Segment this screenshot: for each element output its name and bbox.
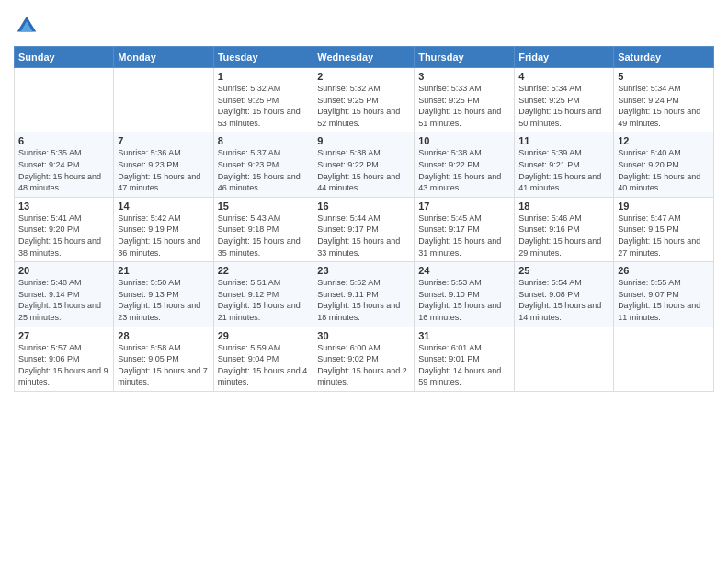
day-info: Sunrise: 5:48 AMSunset: 9:14 PMDaylight:… — [18, 277, 109, 323]
calendar-cell: 30Sunrise: 6:00 AMSunset: 9:02 PMDayligh… — [313, 327, 415, 391]
day-number: 28 — [118, 330, 209, 341]
calendar-cell: 8Sunrise: 5:37 AMSunset: 9:23 PMDaylight… — [213, 132, 313, 197]
calendar-day-header: Wednesday — [313, 47, 415, 68]
calendar-cell — [15, 68, 114, 132]
calendar-cell: 16Sunrise: 5:44 AMSunset: 9:17 PMDayligh… — [313, 197, 415, 261]
day-info: Sunrise: 5:32 AMSunset: 9:25 PMDaylight:… — [218, 83, 310, 129]
day-info: Sunrise: 6:00 AMSunset: 9:02 PMDaylight:… — [317, 342, 410, 388]
calendar-week-row: 13Sunrise: 5:41 AMSunset: 9:20 PMDayligh… — [15, 197, 714, 261]
day-number: 31 — [418, 330, 510, 341]
day-info: Sunrise: 5:39 AMSunset: 9:21 PMDaylight:… — [518, 147, 609, 193]
day-info: Sunrise: 5:37 AMSunset: 9:23 PMDaylight:… — [218, 147, 310, 193]
day-info: Sunrise: 5:43 AMSunset: 9:18 PMDaylight:… — [218, 213, 310, 259]
day-number: 1 — [218, 71, 310, 82]
day-info: Sunrise: 5:51 AMSunset: 9:12 PMDaylight:… — [218, 277, 310, 323]
calendar-week-row: 27Sunrise: 5:57 AMSunset: 9:06 PMDayligh… — [15, 327, 714, 391]
day-number: 8 — [218, 135, 310, 146]
calendar-cell: 4Sunrise: 5:34 AMSunset: 9:25 PMDaylight… — [515, 68, 614, 132]
day-number: 9 — [317, 135, 410, 146]
calendar-cell: 31Sunrise: 6:01 AMSunset: 9:01 PMDayligh… — [415, 327, 515, 391]
calendar-cell — [114, 68, 213, 132]
day-number: 26 — [618, 265, 710, 276]
logo — [14, 13, 43, 39]
day-number: 29 — [218, 330, 310, 341]
day-info: Sunrise: 5:35 AMSunset: 9:24 PMDaylight:… — [18, 147, 109, 193]
day-number: 20 — [18, 265, 109, 276]
day-number: 2 — [317, 71, 410, 82]
day-info: Sunrise: 5:59 AMSunset: 9:04 PMDaylight:… — [218, 342, 310, 388]
day-number: 22 — [218, 265, 310, 276]
calendar-cell: 15Sunrise: 5:43 AMSunset: 9:18 PMDayligh… — [213, 197, 313, 261]
day-number: 18 — [518, 201, 609, 212]
day-number: 27 — [18, 330, 109, 341]
calendar-week-row: 20Sunrise: 5:48 AMSunset: 9:14 PMDayligh… — [15, 262, 714, 327]
day-info: Sunrise: 5:41 AMSunset: 9:20 PMDaylight:… — [18, 213, 109, 259]
calendar-cell: 24Sunrise: 5:53 AMSunset: 9:10 PMDayligh… — [415, 262, 515, 327]
day-number: 4 — [518, 71, 609, 82]
calendar-day-header: Saturday — [614, 47, 714, 68]
logo-icon — [14, 13, 40, 39]
calendar-header-row: SundayMondayTuesdayWednesdayThursdayFrid… — [15, 47, 714, 68]
day-info: Sunrise: 5:58 AMSunset: 9:05 PMDaylight:… — [118, 342, 209, 388]
calendar-cell: 10Sunrise: 5:38 AMSunset: 9:22 PMDayligh… — [415, 132, 515, 197]
day-info: Sunrise: 5:47 AMSunset: 9:15 PMDaylight:… — [618, 213, 710, 259]
calendar-cell — [515, 327, 614, 391]
calendar-cell: 1Sunrise: 5:32 AMSunset: 9:25 PMDaylight… — [213, 68, 313, 132]
calendar-cell: 5Sunrise: 5:34 AMSunset: 9:24 PMDaylight… — [614, 68, 714, 132]
day-number: 30 — [317, 330, 410, 341]
calendar-cell: 12Sunrise: 5:40 AMSunset: 9:20 PMDayligh… — [614, 132, 714, 197]
day-number: 12 — [618, 135, 710, 146]
day-number: 5 — [618, 71, 710, 82]
day-info: Sunrise: 5:40 AMSunset: 9:20 PMDaylight:… — [618, 147, 710, 193]
day-number: 6 — [18, 135, 109, 146]
day-info: Sunrise: 5:53 AMSunset: 9:10 PMDaylight:… — [418, 277, 510, 323]
day-number: 3 — [418, 71, 510, 82]
calendar-cell: 22Sunrise: 5:51 AMSunset: 9:12 PMDayligh… — [213, 262, 313, 327]
day-info: Sunrise: 5:44 AMSunset: 9:17 PMDaylight:… — [317, 213, 410, 259]
calendar-cell: 27Sunrise: 5:57 AMSunset: 9:06 PMDayligh… — [15, 327, 114, 391]
calendar-cell: 25Sunrise: 5:54 AMSunset: 9:08 PMDayligh… — [515, 262, 614, 327]
day-number: 13 — [18, 201, 109, 212]
calendar: SundayMondayTuesdayWednesdayThursdayFrid… — [14, 46, 714, 392]
day-number: 15 — [218, 201, 310, 212]
day-number: 21 — [118, 265, 209, 276]
day-info: Sunrise: 5:42 AMSunset: 9:19 PMDaylight:… — [118, 213, 209, 259]
calendar-week-row: 6Sunrise: 5:35 AMSunset: 9:24 PMDaylight… — [15, 132, 714, 197]
day-number: 11 — [518, 135, 609, 146]
day-info: Sunrise: 5:33 AMSunset: 9:25 PMDaylight:… — [418, 83, 510, 129]
calendar-week-row: 1Sunrise: 5:32 AMSunset: 9:25 PMDaylight… — [15, 68, 714, 132]
calendar-cell: 11Sunrise: 5:39 AMSunset: 9:21 PMDayligh… — [515, 132, 614, 197]
calendar-cell: 7Sunrise: 5:36 AMSunset: 9:23 PMDaylight… — [114, 132, 213, 197]
day-number: 7 — [118, 135, 209, 146]
calendar-cell: 20Sunrise: 5:48 AMSunset: 9:14 PMDayligh… — [15, 262, 114, 327]
day-info: Sunrise: 5:38 AMSunset: 9:22 PMDaylight:… — [418, 147, 510, 193]
calendar-cell: 3Sunrise: 5:33 AMSunset: 9:25 PMDaylight… — [415, 68, 515, 132]
day-info: Sunrise: 5:36 AMSunset: 9:23 PMDaylight:… — [118, 147, 209, 193]
day-number: 23 — [317, 265, 410, 276]
calendar-cell: 26Sunrise: 5:55 AMSunset: 9:07 PMDayligh… — [614, 262, 714, 327]
calendar-cell: 18Sunrise: 5:46 AMSunset: 9:16 PMDayligh… — [515, 197, 614, 261]
day-number: 14 — [118, 201, 209, 212]
calendar-day-header: Tuesday — [213, 47, 313, 68]
calendar-cell: 19Sunrise: 5:47 AMSunset: 9:15 PMDayligh… — [614, 197, 714, 261]
calendar-cell: 13Sunrise: 5:41 AMSunset: 9:20 PMDayligh… — [15, 197, 114, 261]
calendar-cell — [614, 327, 714, 391]
calendar-cell: 6Sunrise: 5:35 AMSunset: 9:24 PMDaylight… — [15, 132, 114, 197]
day-info: Sunrise: 5:57 AMSunset: 9:06 PMDaylight:… — [18, 342, 109, 388]
calendar-cell: 28Sunrise: 5:58 AMSunset: 9:05 PMDayligh… — [114, 327, 213, 391]
day-info: Sunrise: 5:54 AMSunset: 9:08 PMDaylight:… — [518, 277, 609, 323]
day-info: Sunrise: 5:55 AMSunset: 9:07 PMDaylight:… — [618, 277, 710, 323]
page: SundayMondayTuesdayWednesdayThursdayFrid… — [0, 0, 728, 563]
calendar-day-header: Monday — [114, 47, 213, 68]
calendar-day-header: Friday — [515, 47, 614, 68]
day-info: Sunrise: 5:34 AMSunset: 9:25 PMDaylight:… — [518, 83, 609, 129]
day-info: Sunrise: 5:38 AMSunset: 9:22 PMDaylight:… — [317, 147, 410, 193]
day-number: 17 — [418, 201, 510, 212]
header — [14, 9, 714, 39]
calendar-cell: 23Sunrise: 5:52 AMSunset: 9:11 PMDayligh… — [313, 262, 415, 327]
day-info: Sunrise: 5:52 AMSunset: 9:11 PMDaylight:… — [317, 277, 410, 323]
day-info: Sunrise: 5:34 AMSunset: 9:24 PMDaylight:… — [618, 83, 710, 129]
day-info: Sunrise: 5:46 AMSunset: 9:16 PMDaylight:… — [518, 213, 609, 259]
day-number: 10 — [418, 135, 510, 146]
calendar-cell: 9Sunrise: 5:38 AMSunset: 9:22 PMDaylight… — [313, 132, 415, 197]
